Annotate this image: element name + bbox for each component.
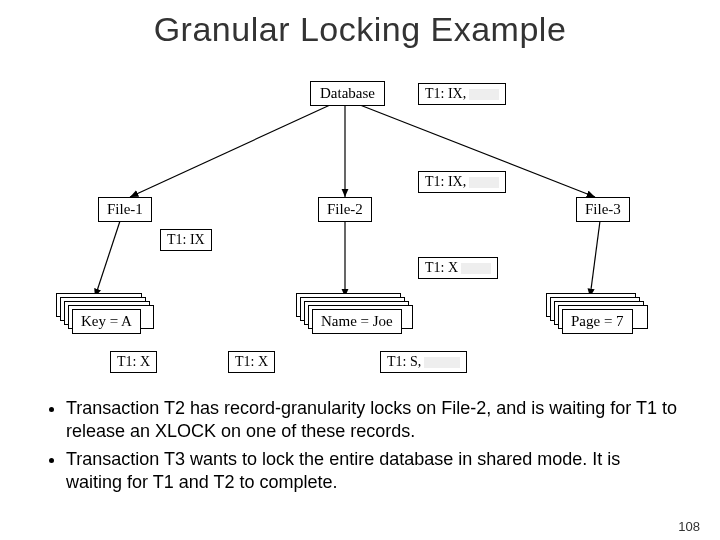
shaded-region <box>424 357 460 368</box>
node-database: Database <box>310 81 385 106</box>
bullet-item: Transaction T2 has record-granularity lo… <box>66 397 680 442</box>
node-file3: File-3 <box>576 197 630 222</box>
lock-database: T1: IX, <box>418 83 506 105</box>
lock-key-a-right: T1: X <box>228 351 275 373</box>
lock-name-joe-right-text: T1: X <box>425 260 458 275</box>
node-page-7: Page = 7 <box>562 309 633 334</box>
shaded-region <box>469 89 499 100</box>
slide-title: Granular Locking Example <box>0 0 720 49</box>
lock-file2: T1: IX, <box>418 171 506 193</box>
diagram-arrows <box>0 59 720 389</box>
lock-hierarchy-diagram: Database T1: IX, File-1 T1: IX File-2 T1… <box>0 59 720 389</box>
lock-database-text: T1: IX, <box>425 86 466 101</box>
bullet-list: Transaction T2 has record-granularity lo… <box>48 397 680 493</box>
lock-name-joe-right: T1: X <box>418 257 498 279</box>
node-file2: File-2 <box>318 197 372 222</box>
node-key-a: Key = A <box>72 309 141 334</box>
node-name-joe: Name = Joe <box>312 309 402 334</box>
page-number: 108 <box>678 519 700 534</box>
lock-name-joe-below: T1: S, <box>380 351 467 373</box>
shaded-region <box>461 263 491 274</box>
bullet-item: Transaction T3 wants to lock the entire … <box>66 448 680 493</box>
shaded-region <box>469 177 499 188</box>
lock-file1: T1: IX <box>160 229 212 251</box>
svg-line-3 <box>95 221 120 297</box>
node-file1: File-1 <box>98 197 152 222</box>
lock-key-a-below: T1: X <box>110 351 157 373</box>
lock-file2-text: T1: IX, <box>425 174 466 189</box>
svg-line-0 <box>130 105 330 197</box>
lock-name-joe-below-text: T1: S, <box>387 354 421 369</box>
svg-line-5 <box>590 221 600 297</box>
